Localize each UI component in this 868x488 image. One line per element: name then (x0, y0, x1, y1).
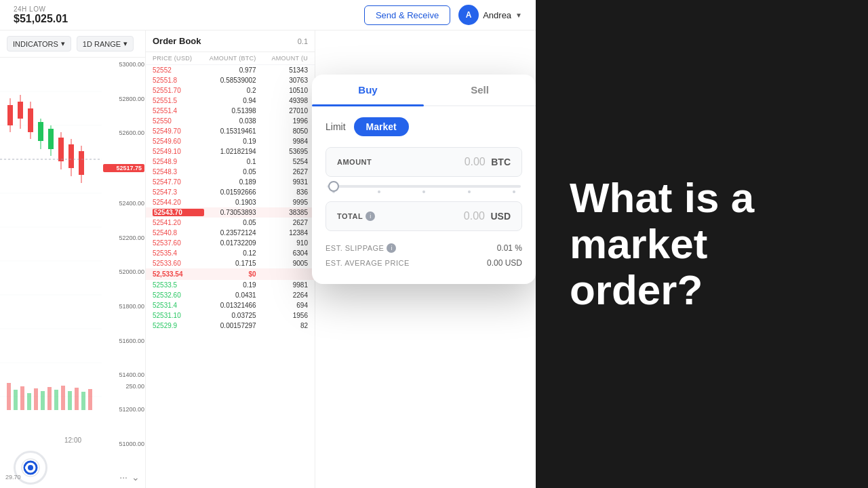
low-value: $51,025.01 (14, 13, 68, 25)
order-row[interactable]: 52547.3 0.01592666 836 (146, 187, 315, 197)
amount-value-group: 0.00 BTC (465, 156, 511, 168)
svg-rect-13 (18, 102, 23, 119)
more-options-button[interactable]: ··· (119, 472, 127, 483)
range-button[interactable]: 1D RANGE ▾ (77, 36, 134, 52)
order-row[interactable]: 52550 0.038 1996 (146, 116, 315, 126)
order-book-filter: 0.1 (298, 37, 308, 45)
price-label: 52400.00 (103, 200, 144, 207)
price-label: 53000.00 (103, 61, 144, 68)
svg-rect-36 (68, 391, 72, 410)
order-row[interactable]: 52540.8 0.23572124 12384 (146, 228, 315, 238)
order-row[interactable]: 52549.10 1.02182194 53695 (146, 146, 315, 157)
total-label: TOTAL (337, 212, 363, 220)
order-book-title: Order Book (153, 36, 201, 46)
price-label: 52800.00 (103, 96, 144, 102)
top-bar: 24H LOW $51,025.01 Send & Receive A Andr… (0, 0, 536, 30)
order-book-columns: PRICE (USD) AMOUNT (BTC) AMOUNT (U (146, 52, 315, 65)
order-row[interactable]: 52547.70 0.189 9931 (146, 177, 315, 187)
spread-row: 52,533.54 $0 (146, 268, 315, 280)
svg-rect-27 (7, 383, 11, 410)
order-row[interactable]: 52533.60 0.1715 9005 (146, 258, 315, 268)
order-row[interactable]: 52551.4 0.51398 27010 (146, 106, 315, 116)
slider-dot (468, 190, 471, 193)
slippage-label-group: EST. SLIPPAGE i (326, 243, 396, 253)
svg-rect-23 (68, 144, 74, 168)
order-row[interactable]: 52551.8 0.58539002 30763 (146, 75, 315, 85)
est-slippage-label: EST. SLIPPAGE (326, 244, 384, 252)
svg-rect-33 (47, 387, 52, 410)
total-value: 0.00 (464, 210, 485, 222)
order-row[interactable]: 52551.70 0.2 10510 (146, 85, 315, 96)
order-row[interactable]: 52537.60 0.01732209 910 (146, 238, 315, 248)
order-row[interactable]: 52531.10 0.03725 1956 (146, 310, 315, 321)
order-row-highlighted[interactable]: 52543.70 0.73053893 38385 (146, 207, 315, 218)
expand-button[interactable]: ⌄ (132, 472, 140, 483)
headline: What is a market order? (570, 175, 834, 314)
chevron-down-icon: ▾ (123, 39, 127, 48)
svg-rect-28 (14, 390, 18, 410)
svg-rect-34 (54, 390, 58, 410)
order-row[interactable]: 52552 0.977 51343 (146, 65, 315, 75)
svg-rect-11 (7, 105, 13, 125)
svg-rect-38 (81, 392, 85, 410)
order-row[interactable]: 52544.20 0.1903 9995 (146, 197, 315, 207)
info-icon[interactable]: i (387, 243, 396, 253)
order-row[interactable]: 52541.20 0.05 2627 (146, 218, 315, 228)
buy-tab[interactable]: Buy (312, 75, 424, 105)
order-row[interactable]: 52549.60 0.19 9984 (146, 136, 315, 146)
price-label: 52600.00 (103, 129, 144, 136)
svg-rect-25 (79, 151, 84, 175)
order-row[interactable]: 52533.5 0.19 9981 (146, 280, 315, 290)
slippage-row: EST. SLIPPAGE i 0.01 % (326, 241, 522, 256)
order-price: 52552 (153, 66, 204, 74)
order-tabs: Buy Sell (312, 75, 536, 106)
slider-track (327, 185, 521, 188)
svg-rect-29 (20, 386, 24, 410)
sell-tab[interactable]: Sell (424, 75, 536, 105)
order-row[interactable]: 52548.9 0.1 5254 (146, 157, 315, 167)
chart-area: INDICATORS ▾ 1D RANGE ▾ (0, 30, 536, 488)
amount-currency: BTC (491, 157, 511, 167)
order-row[interactable]: 52535.4 0.12 6304 (146, 248, 315, 258)
total-currency: USD (490, 211, 511, 222)
order-form-body: Limit Market AMOUNT 0.00 BTC (312, 106, 536, 270)
time-label: 12:00 (64, 436, 81, 444)
slider-dots (327, 190, 521, 193)
price-info: 24H LOW $51,025.01 (14, 5, 68, 25)
order-row[interactable]: 52549.70 0.15319461 8050 (146, 126, 315, 136)
order-amount: 0.977 (204, 66, 256, 74)
market-button[interactable]: Market (354, 117, 409, 136)
svg-rect-37 (75, 388, 79, 410)
slider-dot (513, 190, 515, 193)
order-row[interactable]: 52548.3 0.05 2627 (146, 167, 315, 177)
chevron-down-icon: ▾ (61, 39, 65, 48)
price-label: 51000.00 (103, 441, 144, 447)
chart-toolbar: INDICATORS ▾ 1D RANGE ▾ (0, 30, 145, 58)
order-row[interactable]: 52532.60 0.0431 2264 (146, 290, 315, 300)
order-book-header: Order Book 0.1 (146, 30, 315, 52)
amount-slider[interactable] (326, 185, 522, 193)
indicators-button[interactable]: INDICATORS ▾ (7, 36, 71, 52)
volume-label: 250.00 (125, 383, 144, 390)
order-row[interactable]: 52531.4 0.01321466 694 (146, 300, 315, 310)
price-label: 51400.00 (103, 371, 144, 378)
price-label: 52000.00 (103, 268, 144, 275)
avg-price-row: EST. AVERAGE PRICE 0.00 USD (326, 256, 522, 270)
chevron-down-icon: ▼ (515, 12, 522, 19)
bottom-bar: 29.70 ··· ⌄ (0, 472, 145, 483)
price-label: 51200.00 (103, 406, 144, 413)
user-menu[interactable]: A Andrea ▼ (458, 5, 522, 25)
indicators-label: INDICATORS (13, 40, 58, 48)
amount-field[interactable]: AMOUNT 0.00 BTC (326, 147, 522, 177)
svg-rect-19 (48, 129, 54, 149)
info-icon[interactable]: i (366, 211, 375, 221)
top-bar-actions: Send & Receive A Andrea ▼ (364, 5, 522, 25)
avatar: A (458, 5, 479, 25)
order-row[interactable]: 52529.9 0.00157297 82 (146, 321, 315, 331)
order-row[interactable]: 52551.5 0.94 49398 (146, 96, 315, 106)
send-receive-button[interactable]: Send & Receive (364, 5, 450, 25)
svg-rect-35 (61, 386, 65, 410)
slider-thumb[interactable] (328, 181, 339, 192)
svg-rect-21 (58, 138, 64, 161)
limit-option[interactable]: Limit (326, 121, 346, 132)
